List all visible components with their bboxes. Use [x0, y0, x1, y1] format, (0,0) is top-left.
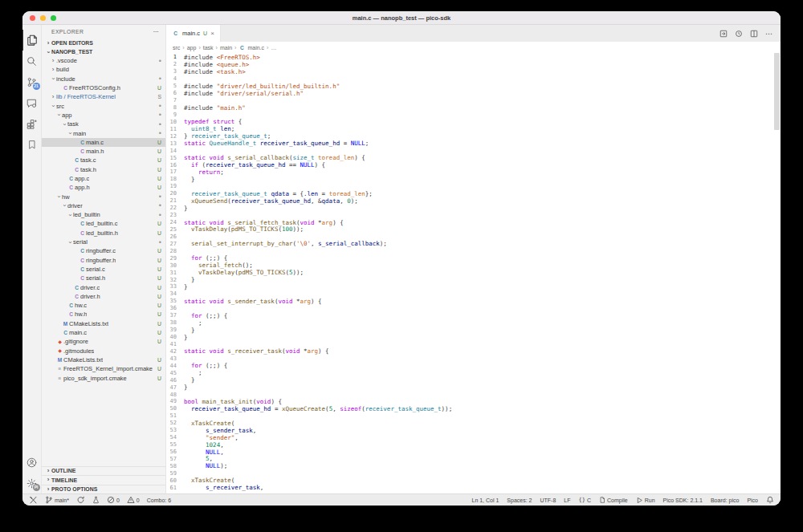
tree-file-hw-h[interactable]: Chw.hU	[42, 310, 165, 319]
tree-file-task-h[interactable]: Ctask.hU	[42, 165, 165, 174]
tree-folder-main[interactable]: ›main•	[42, 128, 165, 137]
tree-folder--vscode[interactable]: ›.vscode•	[42, 56, 165, 65]
breadcrumb-item[interactable]: app	[187, 45, 197, 51]
tree-file-led-builtin-h[interactable]: Cled_builtin.hU	[42, 229, 165, 238]
tree-file--gitmodules[interactable]: ◆.gitmodules	[42, 347, 165, 355]
tree-folder-task[interactable]: ›task•	[42, 120, 165, 128]
line-number: 41	[166, 341, 184, 347]
explorer-sidebar: EXPLORER ⋯ › OPEN EDITORS › NANOPB_TEST …	[42, 25, 166, 493]
history-icon[interactable]	[735, 30, 743, 38]
tree-item-label: main.c	[69, 329, 87, 336]
tree-folder-src[interactable]: ›src•	[42, 101, 165, 110]
split-editor-icon[interactable]	[750, 30, 758, 38]
tree-folder-include[interactable]: ›include•	[42, 75, 165, 83]
panel-timeline[interactable]: ›TIMELINE	[42, 475, 165, 485]
status-flask-status[interactable]	[92, 496, 100, 504]
tree-file-app-c[interactable]: Capp.cU	[42, 174, 165, 183]
breadcrumb-separator: ›	[234, 45, 236, 51]
window-title: main.c — nanopb_test — pico-sdk	[22, 14, 781, 22]
status-board-pico[interactable]: Board: pico	[711, 497, 739, 503]
code-line-39: 39 }	[166, 327, 781, 334]
status-combo-6[interactable]: Combo: 6	[147, 497, 171, 503]
breadcrumb-item[interactable]: …	[271, 45, 276, 51]
status-lf[interactable]: LF	[564, 497, 570, 503]
status-error-status[interactable]: 0	[107, 496, 120, 504]
activity-bar-bookmarks[interactable]	[22, 134, 42, 155]
tree-file-driver-h[interactable]: Cdriver.hU	[42, 292, 165, 301]
chevron-down-icon: ›	[67, 239, 73, 246]
status-utf-8[interactable]: UTF-8	[540, 497, 556, 503]
tree-folder-serial[interactable]: ›serial•	[42, 238, 165, 246]
tree-file-ringbuffer-h[interactable]: Cringbuffer.hU	[42, 256, 165, 265]
status-tools-status[interactable]	[29, 496, 38, 505]
tree-file-pico-sdk-import-cmake[interactable]: ≡pico_sdk_import.cmakeU	[42, 373, 165, 382]
status-bell-status[interactable]	[766, 496, 774, 504]
tree-folder-build[interactable]: ›build	[42, 65, 165, 74]
status-pico-sdk-2-1-1[interactable]: Pico SDK: 2.1.1	[663, 497, 703, 503]
activity-bar-source-control[interactable]: 21	[22, 71, 42, 92]
tree-file-ringbuffer-c[interactable]: Cringbuffer.cU	[42, 246, 165, 255]
tree-folder-lib-freertos-kernel[interactable]: ›lib / FreeRTOS-KernelS	[42, 92, 165, 101]
code-line-8: 8#include "main.h"	[166, 104, 781, 112]
panel-proto-options[interactable]: ›PROTO OPTIONS	[42, 485, 165, 494]
tree-file-serial-c[interactable]: Cserial.cU	[42, 265, 165, 274]
project-root-section[interactable]: › NANOPB_TEST	[42, 47, 165, 56]
tab-main-c[interactable]: C main.c U ×	[166, 25, 221, 42]
tree-file-main-h[interactable]: Cmain.hU	[42, 147, 165, 156]
more-actions-icon[interactable]: ⋯	[765, 30, 772, 38]
chevron-down-icon: ›	[67, 130, 73, 136]
line-content: return;	[184, 169, 224, 176]
status-text: 0	[116, 497, 120, 503]
tree-file-app-h[interactable]: Capp.hU	[42, 183, 165, 192]
tree-file-led-builtin-c[interactable]: Cled_builtin.cU	[42, 219, 165, 228]
tree-file-hw-c[interactable]: Chw.cU	[42, 301, 165, 310]
code-editor[interactable]: 1#include <FreeRTOS.h>2#include <queue.h…	[166, 53, 781, 493]
status-file-status[interactable]: Compile	[599, 496, 628, 504]
status-branch-status[interactable]: main*	[45, 496, 69, 504]
line-content: s_receiver_task,	[184, 484, 263, 491]
line-number: 36	[166, 305, 184, 311]
status-play-status[interactable]: Run	[636, 497, 655, 504]
line-number: 57	[166, 456, 184, 462]
tree-folder-hw[interactable]: ›hw•	[42, 192, 165, 201]
activity-bar-extensions[interactable]	[22, 113, 42, 134]
tree-file-main-c[interactable]: Cmain.cU	[42, 138, 165, 147]
tree-file-serial-h[interactable]: Cserial.hU	[42, 274, 165, 282]
tree-file-freertos-kernel-import-cmake[interactable]: ≡FreeRTOS_Kernel_import.cmakeU	[42, 364, 165, 373]
chevron-down-icon: ›	[61, 121, 67, 128]
tree-folder-driver[interactable]: ›driver•	[42, 201, 165, 210]
breadcrumb-item[interactable]: main	[220, 45, 232, 51]
activity-bar-explorer[interactable]	[22, 30, 42, 51]
activity-bar-chat[interactable]	[22, 92, 42, 113]
status-pico[interactable]: Pico	[747, 497, 758, 503]
open-editors-section[interactable]: › OPEN EDITORS	[42, 39, 165, 47]
breadcrumb-item[interactable]: task	[203, 45, 214, 51]
status-sync-status[interactable]	[76, 496, 85, 504]
status-ln-1-col-1[interactable]: Ln 1, Col 1	[471, 497, 499, 503]
tree-file-main-c[interactable]: Cmain.cU	[42, 328, 165, 337]
code-line-33: 33}	[166, 283, 781, 290]
tree-file-cmakelists-txt[interactable]: MCMakeLists.txtU	[42, 355, 165, 364]
close-tab-icon[interactable]: ×	[210, 30, 214, 37]
activity-bar-account[interactable]	[22, 452, 42, 473]
c-file-icon: C	[73, 285, 80, 290]
tree-file-cmakelists-txt[interactable]: MCMakeLists.txtU	[42, 319, 165, 328]
breadcrumb-item[interactable]: main.c	[247, 45, 264, 51]
tree-file-driver-c[interactable]: Cdriver.cU	[42, 282, 165, 291]
activity-bar-settings[interactable]: PI	[22, 473, 42, 493]
tree-file--gitignore[interactable]: ◆.gitignoreU	[42, 337, 165, 346]
status-warning-status[interactable]: 0	[127, 496, 140, 504]
activity-bar-search[interactable]	[22, 51, 42, 71]
status-braces-status[interactable]: {}C	[579, 497, 592, 503]
open-changes-icon[interactable]	[719, 30, 728, 38]
line-number: 5	[166, 83, 184, 89]
tree-folder-app[interactable]: ›app•	[42, 111, 165, 120]
tree-file-freertosconfig-h[interactable]: CFreeRTOSConfig.hU	[42, 83, 165, 92]
tree-folder-led-builtin[interactable]: ›led_builtin•	[42, 210, 165, 219]
breadcrumb-item[interactable]: src	[173, 45, 180, 51]
panel-outline[interactable]: ›OUTLINE	[42, 466, 165, 476]
tree-file-task-c[interactable]: Ctask.cU	[42, 156, 165, 164]
editor-scrollbar[interactable]	[774, 53, 780, 130]
sidebar-more-actions-icon[interactable]: ⋯	[153, 28, 160, 35]
status-spaces-2[interactable]: Spaces: 2	[507, 497, 532, 503]
